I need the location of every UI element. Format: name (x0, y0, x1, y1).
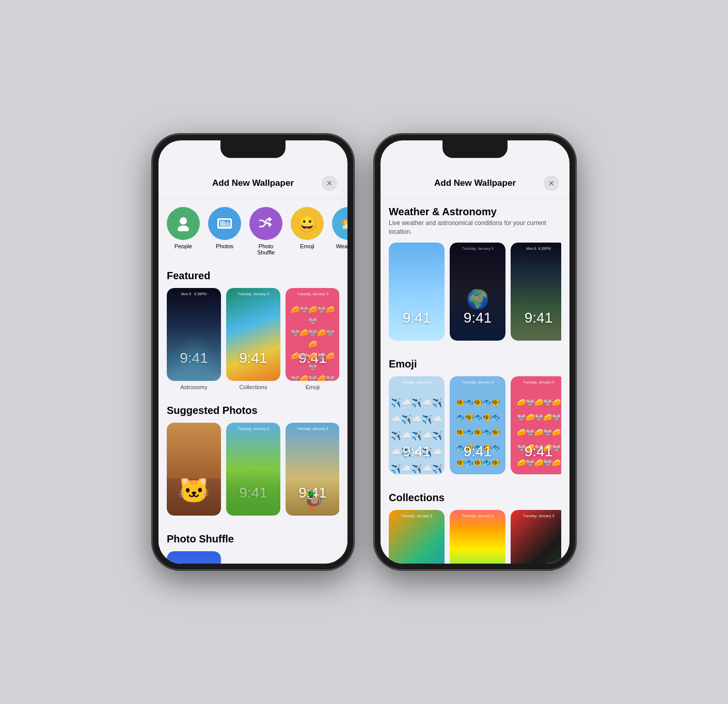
featured-title: Featured (167, 270, 339, 282)
coll-dark-thumb: Tuesday, January 9 9:41 (511, 510, 561, 564)
fish-date: Tuesday, January 9 (450, 380, 505, 384)
emoji-planes-thumb: ✈️☁️✈️☁️✈️☁️✈️☁️✈️☁️✈️☁️✈️☁️✈️☁️✈️☁️✈️☁️… (389, 376, 445, 474)
category-photos[interactable]: Photos (208, 207, 241, 255)
suggested-cat[interactable]: 🐱 (167, 423, 221, 519)
coll-gradient-bg: Tuesday, January 9 9:41 (389, 510, 445, 564)
disney-thumb: Tuesday, January 9 9:41 🦆 (286, 423, 339, 516)
left-modal: Add New Wallpaper ✕ People (159, 166, 347, 564)
svg-point-0 (180, 217, 187, 225)
category-people[interactable]: People (167, 207, 200, 255)
featured-emoji[interactable]: Tuesday, January 9 9:41 🧀🐭🧀🐭🧀🐭🐭🧀🐭🧀🐭🧀🧀🐭🧀🐭… (286, 288, 339, 390)
emoji-label: Emoji (300, 243, 314, 249)
weather-blue-time: 9:41 (389, 310, 445, 326)
hills-thumb: Tuesday, January 9 9:41 (226, 423, 280, 516)
coll-dark-bg: Tuesday, January 9 9:41 (511, 510, 561, 564)
photos-label: Photos (216, 243, 233, 249)
left-screen: Add New Wallpaper ✕ People (159, 140, 347, 564)
featured-collections[interactable]: Tuesday, January 9 9:41 Collections (226, 288, 280, 390)
emoji-fish-bg: 🐠🐟🐠🐟🐠🐟🐠🐟🐠🐟🐠🐟🐠🐟🐠🐟🐠🐟🐠🐟🐠🐟🐠🐟🐠 Tuesday, Janua… (450, 376, 505, 474)
featured-row: Mon 6 8:28PM 9:41 Astronomy (167, 288, 339, 390)
category-photo-shuffle[interactable]: PhotoShuffle (249, 207, 282, 255)
emoji-section-title: Emoji (389, 358, 561, 370)
category-weather[interactable]: ⛅ Weathe… (332, 207, 347, 255)
left-phone: Add New Wallpaper ✕ People (152, 134, 354, 570)
coll-pride[interactable]: Tuesday, January 9 9:41 (450, 510, 505, 564)
fish-time: 9:41 (450, 443, 505, 460)
suggested-hills[interactable]: Tuesday, January 9 9:41 (226, 423, 280, 519)
emoji-thumb: Tuesday, January 9 9:41 🧀🐭🧀🐭🧀🐭🐭🧀🐭🧀🐭🧀🧀🐭🧀🐭… (286, 288, 339, 381)
astronomy-date: Mon 6 8:28PM (167, 292, 221, 296)
coll-gradient[interactable]: Tuesday, January 9 9:41 (389, 510, 445, 564)
emoji-label-feat: Emoji (286, 384, 339, 390)
suggested-disney[interactable]: Tuesday, January 9 9:41 🦆 (286, 423, 339, 519)
weather-dark-thumb: Tuesday, January 9 9:41 🌍 (450, 243, 505, 341)
coll-grad-date: Tuesday, January 9 (389, 514, 445, 518)
coll-pride-thumb: Tuesday, January 9 9:41 (450, 510, 505, 564)
right-modal-title: Add New Wallpaper (406, 178, 544, 188)
collections-thumb: Tuesday, January 9 9:41 (226, 288, 280, 381)
emoji-planes[interactable]: ✈️☁️✈️☁️✈️☁️✈️☁️✈️☁️✈️☁️✈️☁️✈️☁️✈️☁️✈️☁️… (389, 376, 445, 474)
photo-shuffle-section: Photo Shuffle 9:41 (159, 527, 347, 564)
modal-title: Add New Wallpaper (184, 178, 322, 188)
right-modal-scroll[interactable]: Weather & Astronomy Live weather and ast… (381, 199, 569, 564)
featured-astronomy[interactable]: Mon 6 8:28PM 9:41 Astronomy (167, 288, 221, 390)
collections-section-title: Collections (389, 492, 561, 504)
emoji-bg: Tuesday, January 9 9:41 🧀🐭🧀🐭🧀🐭🐭🧀🐭🧀🐭🧀🧀🐭🧀🐭… (286, 288, 339, 381)
weather-dark-bg: Tuesday, January 9 9:41 🌍 (450, 243, 505, 341)
emoji-row: ✈️☁️✈️☁️✈️☁️✈️☁️✈️☁️✈️☁️✈️☁️✈️☁️✈️☁️✈️☁️… (389, 376, 561, 474)
disney-bg: Tuesday, January 9 9:41 🦆 (286, 423, 339, 516)
weather-dark[interactable]: Tuesday, January 9 9:41 🌍 (450, 243, 505, 341)
cat-bg: 🐱 (167, 423, 221, 516)
weather-earth-thumb: Mon 6 8:28PM 9:41 (511, 243, 561, 341)
emoji-planes-bg: ✈️☁️✈️☁️✈️☁️✈️☁️✈️☁️✈️☁️✈️☁️✈️☁️✈️☁️✈️☁️… (389, 376, 445, 474)
right-modal-header: Add New Wallpaper ✕ (381, 166, 569, 199)
svg-point-1 (178, 226, 189, 231)
collections-section: Collections Tuesday, January 9 9:41 (381, 486, 569, 564)
emoji-cheese-thumb: 🧀🐭🧀🐭🧀🐭🧀🐭🧀🐭🧀🐭🧀🐭🧀🐭🧀🐭🧀🐭🧀🐭🧀🐭🧀 Tuesday, Janua… (511, 376, 561, 474)
astronomy-bg: Mon 6 8:28PM 9:41 (167, 288, 221, 381)
right-notch (442, 140, 508, 158)
planes-date: Tuesday, January 9 (389, 380, 445, 384)
photos-icon (208, 207, 241, 240)
categories-row: People Photos PhotoShuffle (159, 199, 347, 264)
coll-gradient-thumb: Tuesday, January 9 9:41 (389, 510, 445, 564)
emoji-cheese[interactable]: 🧀🐭🧀🐭🧀🐭🧀🐭🧀🐭🧀🐭🧀🐭🧀🐭🧀🐭🧀🐭🧀🐭🧀🐭🧀 Tuesday, Janua… (511, 376, 561, 474)
shuffle-thumb-1[interactable]: 9:41 (167, 551, 221, 564)
cat-thumb: 🐱 (167, 423, 221, 516)
weather-header: Weather & Astronomy Live weather and ast… (381, 199, 569, 238)
coll-dark[interactable]: Tuesday, January 9 9:41 (511, 510, 561, 564)
collections-label: Collections (226, 384, 280, 390)
cheese-time: 9:41 (511, 443, 561, 460)
people-icon (167, 207, 200, 240)
weather-blue[interactable]: 9:41 (389, 243, 445, 341)
collections-bg: Tuesday, January 9 9:41 (226, 288, 280, 381)
planes-time: 9:41 (389, 443, 445, 460)
emoji-section: Emoji ✈️☁️✈️☁️✈️☁️✈️☁️✈️☁️✈️☁️✈️☁️✈️☁️✈️… (381, 352, 569, 478)
suggested-section: Suggested Photos 🐱 (159, 398, 347, 523)
emoji-fish[interactable]: 🐠🐟🐠🐟🐠🐟🐠🐟🐠🐟🐠🐟🐠🐟🐠🐟🐠🐟🐠🐟🐠🐟🐠🐟🐠 Tuesday, Janua… (450, 376, 505, 474)
suggested-title: Suggested Photos (167, 405, 339, 417)
weather-desc: Live weather and astronomical conditions… (389, 219, 561, 236)
category-emoji[interactable]: 😀 Emoji (291, 207, 324, 255)
right-modal: Add New Wallpaper ✕ Weather & Astronomy … (381, 166, 569, 564)
weather-earth[interactable]: Mon 6 8:28PM 9:41 (511, 243, 561, 341)
suggested-row: 🐱 Tuesday, January 9 9:41 (167, 423, 339, 519)
weather-earth-date: Mon 6 8:28PM (511, 247, 561, 250)
photo-shuffle-title: Photo Shuffle (167, 533, 339, 545)
right-close-button[interactable]: ✕ (544, 175, 559, 191)
shuffle-row: 9:41 (167, 551, 339, 564)
weather-blue-bg: 9:41 (389, 243, 445, 341)
photo-shuffle-label: PhotoShuffle (257, 243, 275, 255)
left-scroll[interactable]: People Photos PhotoShuffle (159, 199, 347, 564)
right-screen: Add New Wallpaper ✕ Weather & Astronomy … (381, 140, 569, 564)
close-button[interactable]: ✕ (322, 175, 337, 191)
coll-pride-date: Tuesday, January 9 (450, 514, 505, 518)
people-label: People (175, 243, 192, 249)
weather-title: Weather & Astronomy (389, 206, 561, 218)
featured-section: Featured Mon 6 8:28PM 9:41 A (159, 264, 347, 394)
weather-row: 9:41 Tuesday, January 9 9:41 (389, 243, 561, 341)
weather-blue-thumb: 9:41 (389, 243, 445, 341)
disney-date: Tuesday, January 9 (286, 427, 339, 430)
emoji-icon: 😀 (291, 207, 324, 240)
weather-label: Weathe… (336, 243, 347, 249)
